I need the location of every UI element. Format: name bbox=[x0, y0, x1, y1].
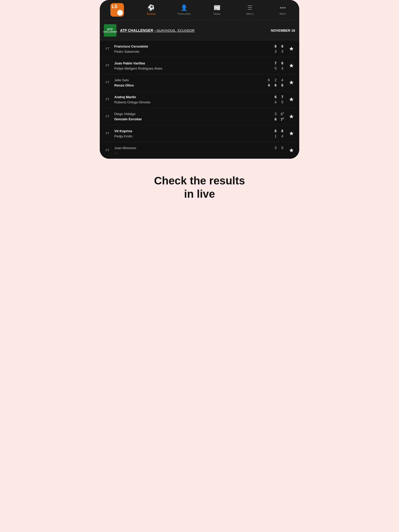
nav-logo[interactable]: LS bbox=[108, 2, 126, 18]
score-cell: 3 bbox=[273, 146, 278, 150]
tournament-title-line: ATP CHALLENGER - GUAYAQUIL, ECUADOR bbox=[120, 28, 267, 33]
tournament-title[interactable]: ATP CHALLENGER bbox=[120, 28, 153, 32]
player-name: Felipe Meligeni Rodrigues Alves bbox=[114, 66, 271, 70]
nav-item-menu[interactable]: ☰ Menu bbox=[242, 4, 258, 15]
player-row: Jelle Sels 6 2 4 bbox=[114, 78, 285, 82]
score-cell: 5 bbox=[280, 146, 285, 150]
favourite-button[interactable]: ★ bbox=[288, 146, 295, 155]
score-cell: 4 bbox=[280, 66, 285, 70]
more-icon: ••• bbox=[280, 4, 286, 11]
tournament-date: NOVEMBER 16 bbox=[271, 29, 295, 32]
menu-label: Menu bbox=[246, 12, 254, 15]
nav-item-news[interactable]: 📰 News bbox=[209, 4, 225, 15]
favourites-icon: 👤 bbox=[181, 4, 188, 11]
match-status: FT bbox=[104, 98, 111, 101]
match-status: FT bbox=[104, 132, 111, 135]
player-name: Jelle Sels bbox=[114, 78, 264, 82]
player-row: Pedja Krstin 1 4 bbox=[114, 134, 285, 138]
player-row: Pedro Sakamoto 3 3 bbox=[114, 49, 285, 54]
score-cell: 5 bbox=[273, 66, 278, 70]
favourite-button[interactable]: ★ bbox=[288, 44, 295, 53]
match-players: Francisco Cerundolo 6 6 Pedro Sakamoto 3… bbox=[114, 44, 285, 54]
logo-text: LS bbox=[112, 4, 117, 9]
player-name: Joao Menezes bbox=[114, 146, 271, 150]
player-name: Roberto Ortega-Olmedo bbox=[114, 100, 271, 104]
player-row: Francisco Cerundolo 6 6 bbox=[114, 44, 285, 48]
player-row: Gonzalo Escobar 6 77 bbox=[114, 117, 285, 122]
match-row[interactable]: FT Andrej Martin 6 7 Roberto Ortega-Olme… bbox=[100, 91, 299, 108]
favourite-button[interactable]: ★ bbox=[288, 129, 295, 138]
match-row[interactable]: FT Francisco Cerundolo 6 6 Pedro Sakamot… bbox=[100, 41, 299, 57]
match-players: Diego Hidalgo 3 65 Gonzalo Escobar 6 77 bbox=[114, 112, 285, 121]
score-cell: 65 bbox=[280, 112, 285, 116]
player-name: Pedro Sakamoto bbox=[114, 50, 271, 54]
score-cell: 6 bbox=[273, 83, 278, 87]
player-row: Juan Pablo Varillas 7 6 bbox=[114, 61, 285, 65]
atp-label: ATP bbox=[107, 28, 113, 31]
match-players: Joao Menezes 3 5 ··· bbox=[114, 146, 285, 155]
player-row: Renzo Olivo 4 6 6 bbox=[114, 83, 285, 87]
nav-item-favourites[interactable]: 👤 Favourites bbox=[176, 4, 192, 15]
match-status: FT bbox=[104, 64, 111, 68]
more-label: More bbox=[280, 12, 286, 15]
atp-sub: CHALLENGER bbox=[103, 31, 117, 33]
app-container: LS ⚽ Scores 👤 Favourites 📰 News ☰ Menu •… bbox=[100, 0, 299, 159]
score-cell: 77 bbox=[280, 117, 285, 122]
match-players: Vit Kopriva 6 6 Pedja Krstin 1 4 bbox=[114, 129, 285, 138]
score-cell: 4 bbox=[280, 134, 285, 138]
atp-badge: ATP CHALLENGER bbox=[104, 24, 116, 37]
player-name: Gonzalo Escobar bbox=[114, 117, 271, 121]
score-cell: 7 bbox=[280, 95, 285, 99]
favourite-button[interactable]: ★ bbox=[288, 61, 295, 70]
match-status: FT bbox=[104, 81, 111, 84]
tournament-header: ATP CHALLENGER ATP CHALLENGER - GUAYAQUI… bbox=[100, 21, 299, 41]
match-players: Jelle Sels 6 2 4 Renzo Olivo 4 6 6 bbox=[114, 78, 285, 87]
score-cell: 7 bbox=[273, 61, 278, 65]
favourite-button[interactable]: ★ bbox=[288, 112, 295, 121]
score-cell: 1 bbox=[273, 134, 278, 138]
scores-icon: ⚽ bbox=[148, 4, 155, 11]
player-row: Felipe Meligeni Rodrigues Alves 5 4 bbox=[114, 66, 285, 70]
score-cell: 6 bbox=[267, 78, 271, 82]
player-row: Andrej Martin 6 7 bbox=[114, 95, 285, 99]
favourite-button[interactable]: ★ bbox=[288, 95, 295, 104]
player-name: Diego Hidalgo bbox=[114, 112, 271, 116]
match-players: Andrej Martin 6 7 Roberto Ortega-Olmedo … bbox=[114, 95, 285, 104]
player-name: Juan Pablo Varillas bbox=[114, 61, 271, 65]
promo-text-line2: in live bbox=[108, 188, 291, 201]
score-cell: 6 bbox=[273, 44, 278, 48]
match-row[interactable]: FT Joao Menezes 3 5 ··· ★ bbox=[100, 142, 299, 159]
logo-icon: LS bbox=[110, 3, 124, 17]
score-cell: 6 bbox=[280, 44, 285, 48]
player-row: Vit Kopriva 6 6 bbox=[114, 129, 285, 133]
score-cell: 6 bbox=[280, 83, 285, 87]
match-row[interactable]: FT Jelle Sels 6 2 4 Renzo Olivo 4 6 6 ★ bbox=[100, 74, 299, 91]
match-row[interactable]: FT Diego Hidalgo 3 65 Gonzalo Escobar 6 … bbox=[100, 108, 299, 125]
nav-item-more[interactable]: ••• More bbox=[275, 4, 291, 15]
score-cell: 4 bbox=[273, 100, 278, 104]
player-name: Renzo Olivo bbox=[114, 83, 264, 87]
player-name: Vit Kopriva bbox=[114, 129, 271, 133]
tournament-location[interactable]: GUAYAQUIL, ECUADOR bbox=[157, 29, 195, 32]
news-icon: 📰 bbox=[214, 4, 221, 11]
score-cell: 4 bbox=[267, 83, 271, 87]
menu-icon: ☰ bbox=[247, 4, 252, 11]
nav-item-scores[interactable]: ⚽ Scores bbox=[143, 4, 159, 15]
news-label: News bbox=[214, 12, 221, 15]
player-name: Andrej Martin bbox=[114, 95, 271, 99]
match-players: Juan Pablo Varillas 7 6 Felipe Meligeni … bbox=[114, 61, 285, 70]
score-cell: 3 bbox=[273, 112, 278, 116]
player-row: Joao Menezes 3 5 bbox=[114, 146, 285, 150]
score-cell: 3 bbox=[280, 49, 285, 54]
player-name: Pedja Krstin bbox=[114, 134, 271, 138]
player-name: ··· bbox=[114, 151, 271, 155]
score-cell: 5 bbox=[280, 100, 285, 104]
match-status: FT bbox=[104, 149, 111, 152]
match-row[interactable]: FT Vit Kopriva 6 6 Pedja Krstin 1 4 ★ bbox=[100, 125, 299, 142]
favourite-button[interactable]: ★ bbox=[288, 78, 295, 87]
promo-text-line1: Check the results bbox=[108, 174, 291, 187]
nav-bar: LS ⚽ Scores 👤 Favourites 📰 News ☰ Menu •… bbox=[100, 0, 299, 21]
score-cell: 6 bbox=[280, 61, 285, 65]
score-cell: 3 bbox=[273, 49, 278, 54]
match-row[interactable]: FT Juan Pablo Varillas 7 6 Felipe Melige… bbox=[100, 57, 299, 74]
